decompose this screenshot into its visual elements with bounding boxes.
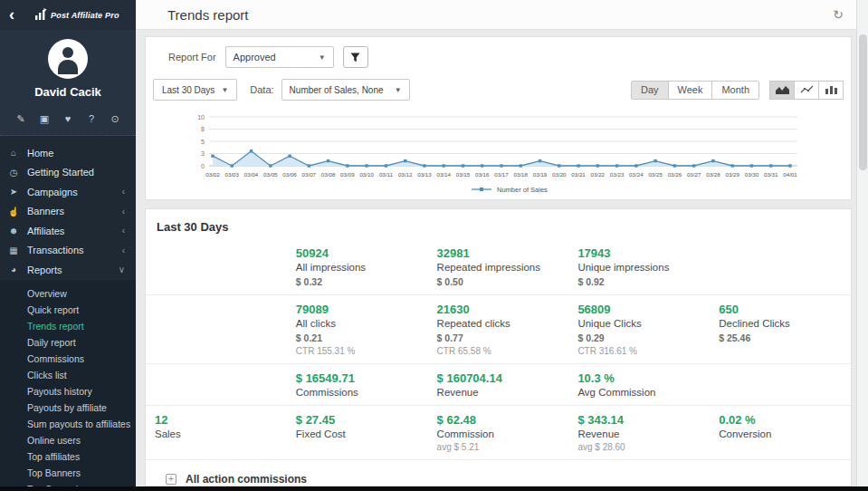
stat-label: Fixed Cost <box>296 428 428 439</box>
granularity-month-button[interactable]: Month <box>711 81 759 100</box>
plus-square-icon: + <box>166 474 176 485</box>
last-30-days-card: Last 30 Days 50924All impressions$ 0.323… <box>145 208 852 486</box>
all-action-commissions-expander[interactable]: + All action commissions <box>166 473 851 486</box>
subnav-item-online-users[interactable]: Online users <box>0 432 136 448</box>
granularity-day-button[interactable]: Day <box>631 81 669 100</box>
stat-revenue: $ 160704.14Revenue <box>428 371 569 398</box>
home-icon: ⌂ <box>0 148 27 158</box>
chart-type-toggle <box>770 81 844 100</box>
edit-icon[interactable]: ✎ <box>14 113 28 125</box>
subnav-item-sum-payouts-to-affiliates[interactable]: Sum payouts to affiliates <box>0 416 136 432</box>
sales-trend-chart: 03581003/0203/0303/0403/0503/0603/0703/0… <box>146 113 853 200</box>
sidebar-item-reports[interactable]: ◕Reports∨ <box>0 260 136 280</box>
stat-value: 32981 <box>437 246 569 260</box>
subnav-item-top-affiliates[interactable]: Top affiliates <box>0 448 136 465</box>
stat-label: Avg Commission <box>577 387 710 398</box>
subnav-item-overview[interactable]: Overview <box>0 285 136 302</box>
affiliates-icon: ☻ <box>0 226 27 236</box>
bar-chart-icon[interactable] <box>818 81 844 100</box>
report-for-label: Report For <box>168 52 216 63</box>
sidebar-item-home[interactable]: ⌂Home <box>0 143 136 163</box>
stat-label: Unique Clicks <box>577 318 710 329</box>
stat-label: Unique impressions <box>577 262 710 273</box>
sidebar-item-label: Banners <box>27 206 64 217</box>
favorites-icon[interactable]: ♥ <box>61 113 75 125</box>
vertical-scrollbar[interactable] <box>856 0 868 491</box>
power-icon[interactable]: ⊙ <box>108 113 122 125</box>
date-range-select[interactable]: Last 30 Days ▼ <box>153 79 237 101</box>
stat-label: Revenue <box>437 387 569 398</box>
stat-sales: 12Sales <box>146 413 287 452</box>
app-logo[interactable]: Post Affiliate Pro <box>34 7 119 24</box>
svg-text:10: 10 <box>197 114 205 120</box>
scrollbar-thumb[interactable] <box>859 34 867 170</box>
getting-started-icon: ◷ <box>0 168 27 178</box>
stat-label: Conversion <box>719 428 851 439</box>
subnav-item-quick-report[interactable]: Quick report <box>0 302 136 318</box>
sidebar-item-getting-started[interactable]: ◷Getting Started <box>0 163 136 183</box>
data-series-select[interactable]: Number of Sales, None ▼ <box>281 79 410 101</box>
stat-avg-commission: 10.3 %Avg Commission <box>568 371 710 398</box>
line-chart-icon[interactable] <box>794 81 819 100</box>
svg-text:03/28: 03/28 <box>706 171 720 178</box>
sidebar-item-campaigns[interactable]: ➤Campaigns‹ <box>0 182 136 202</box>
subnav-item-clicks-list[interactable]: Clicks list <box>0 367 136 383</box>
svg-text:03/18: 03/18 <box>514 171 529 178</box>
stat-label: Commission <box>437 428 569 439</box>
svg-text:03/12: 03/12 <box>398 171 413 178</box>
sidebar-item-affiliates[interactable]: ☻Affiliates‹ <box>0 221 136 241</box>
sidebar-item-label: Transactions <box>27 245 84 255</box>
logo-arrows-icon <box>34 7 47 24</box>
subnav-item-trends-report[interactable]: Trends report <box>0 318 136 334</box>
bottom-edge-strip <box>0 486 868 491</box>
stat-value: $ 343.14 <box>577 413 710 427</box>
subnav-item-commissions[interactable]: Commissions <box>0 351 136 367</box>
subnav-item-top-banners[interactable]: Top Banners <box>0 465 136 481</box>
filter-button[interactable] <box>343 46 368 68</box>
back-chevron-icon[interactable]: ‹ <box>9 5 29 24</box>
stat-secondary: CTR 316.61 % <box>577 346 710 356</box>
svg-text:03/20: 03/20 <box>552 171 567 178</box>
stat-value: 17943 <box>577 246 710 260</box>
stat-label: Repeated clicks <box>437 318 569 329</box>
topbar: Trends report ↻ <box>136 0 856 30</box>
svg-text:03/15: 03/15 <box>456 171 471 178</box>
data-label: Data: <box>250 84 273 95</box>
sidebar-item-label: Affiliates <box>27 226 64 236</box>
chevron-down-icon: ▼ <box>386 86 402 94</box>
filter-row-2: Last 30 Days ▼ Data: Number of Sales, No… <box>153 79 844 101</box>
refresh-icon[interactable]: ↻ <box>833 7 844 22</box>
stat-value: $ 16549.71 <box>296 371 428 385</box>
stat-cost: $ 0.29 <box>577 332 710 343</box>
svg-text:03/19: 03/19 <box>533 171 548 178</box>
stat-all-impressions: 50924All impressions$ 0.32 <box>287 246 428 287</box>
subnav-item-daily-report[interactable]: Daily report <box>0 334 136 351</box>
report-for-select[interactable]: Approved ▼ <box>225 46 334 68</box>
stat-value: 56809 <box>577 303 710 316</box>
svg-text:03/08: 03/08 <box>321 171 336 178</box>
stats-row-3: $ 16549.71Commissions$ 160704.14Revenue1… <box>146 363 851 405</box>
svg-text:5: 5 <box>201 139 205 145</box>
monitor-icon[interactable]: ▣ <box>37 113 52 125</box>
svg-text:03/16: 03/16 <box>475 171 490 178</box>
granularity-week-button[interactable]: Week <box>668 81 713 100</box>
subnav-item-payouts-history[interactable]: Payouts history <box>0 383 136 400</box>
subnav-item-payouts-by-affiliate[interactable]: Payouts by affiliate <box>0 400 136 416</box>
svg-text:03/03: 03/03 <box>225 171 240 178</box>
svg-text:03/05: 03/05 <box>263 171 278 178</box>
sidebar-item-label: Getting Started <box>27 167 94 178</box>
reports-subnav: OverviewQuick reportTrends reportDaily r… <box>0 280 136 491</box>
stats-panel-title: Last 30 Days <box>146 209 851 239</box>
help-icon[interactable]: ? <box>84 113 99 125</box>
sidebar-item-banners[interactable]: ☝Banners‹ <box>0 202 136 222</box>
chevron-down-icon: ▼ <box>310 53 326 62</box>
area-chart-icon[interactable] <box>769 81 795 100</box>
stats-row-2: 79089All clicks$ 0.21CTR 155.31 %21630Re… <box>146 294 851 363</box>
stat-label: Sales <box>155 428 287 439</box>
stat-repeated-impressions: 32981Repeated impressions$ 0.50 <box>428 246 569 287</box>
sidebar-item-transactions[interactable]: ▦Transactions‹ <box>0 241 136 261</box>
stat-label: Repeated impressions <box>437 262 569 273</box>
stat-commissions: $ 16549.71Commissions <box>287 371 428 398</box>
user-profile[interactable]: David Cacik <box>0 30 136 106</box>
transactions-icon: ▦ <box>0 246 27 255</box>
